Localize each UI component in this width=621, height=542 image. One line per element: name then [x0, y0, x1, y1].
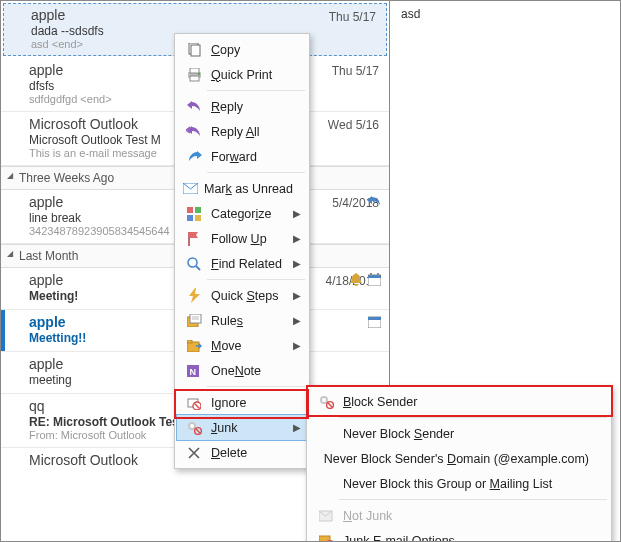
menu-label: Move: [211, 339, 242, 353]
svg-point-11: [198, 73, 200, 75]
group-header-label: Last Month: [19, 249, 78, 263]
menu-label: Block Sender: [343, 395, 417, 409]
menu-label: Categorize: [211, 207, 271, 221]
menu-onenote[interactable]: NOneNote: [177, 358, 307, 383]
chevron-right-icon: ▶: [293, 315, 301, 326]
menu-label: Delete: [211, 446, 247, 460]
not-junk-icon: [315, 510, 337, 522]
menu-categorize[interactable]: Categorize▶: [177, 201, 307, 226]
menu-separator: [207, 386, 305, 387]
context-menu: Copy Quick Print Reply Reply All Forward…: [174, 33, 310, 469]
reading-pane-text: asd: [401, 7, 420, 21]
block-sender-icon: [315, 395, 337, 409]
categorize-icon: [183, 207, 205, 221]
chevron-right-icon: ▶: [293, 208, 301, 219]
svg-rect-33: [319, 536, 330, 543]
svg-rect-1: [368, 275, 381, 278]
chevron-right-icon: ▶: [293, 233, 301, 244]
copy-icon: [183, 43, 205, 57]
message-from: apple: [31, 7, 375, 23]
menu-separator: [207, 90, 305, 91]
print-icon: [183, 68, 205, 82]
calendar-icon: [367, 272, 381, 286]
menu-label: Junk E-mail Options...: [343, 534, 465, 543]
reading-pane: asd: [391, 1, 620, 27]
menu-separator: [339, 417, 607, 418]
menu-label: Never Block Sender's Domain (@example.co…: [324, 452, 589, 466]
menu-follow-up[interactable]: Follow Up▶: [177, 226, 307, 251]
menu-reply[interactable]: Reply: [177, 94, 307, 119]
svg-rect-5: [368, 317, 381, 320]
rules-icon: [183, 314, 205, 327]
svg-point-17: [188, 258, 197, 267]
group-header-label: Three Weeks Ago: [19, 171, 114, 185]
envelope-icon: [183, 183, 198, 194]
menu-label: Junk: [211, 421, 237, 435]
svg-rect-15: [187, 215, 193, 221]
submenu-block-sender[interactable]: Block Sender: [309, 389, 609, 414]
menu-label: Ignore: [211, 396, 246, 410]
svg-rect-16: [195, 215, 201, 221]
menu-label: Reply All: [211, 125, 260, 139]
chevron-right-icon: ▶: [293, 340, 301, 351]
menu-label: Quick Steps: [211, 289, 278, 303]
menu-label: Reply: [211, 100, 243, 114]
junk-submenu: Block Sender Never Block Sender Never Bl…: [306, 385, 612, 542]
reply-icon: [183, 101, 205, 113]
delete-icon: [183, 447, 205, 459]
svg-rect-3: [377, 273, 379, 276]
submenu-never-block-sender[interactable]: Never Block Sender: [309, 421, 609, 446]
message-date: Wed 5/16: [328, 118, 379, 132]
submenu-never-block-group[interactable]: Never Block this Group or Mailing List: [309, 471, 609, 496]
reply-all-icon: [183, 126, 205, 138]
menu-move[interactable]: Move▶: [177, 333, 307, 358]
chevron-right-icon: ▶: [293, 290, 301, 301]
menu-ignore[interactable]: Ignore: [177, 390, 307, 415]
svg-text:N: N: [190, 367, 197, 377]
svg-rect-2: [370, 273, 372, 276]
submenu-junk-options[interactable]: Junk E-mail Options...: [309, 528, 609, 542]
svg-rect-7: [191, 45, 200, 56]
menu-reply-all[interactable]: Reply All: [177, 119, 307, 144]
reply-icon: [367, 194, 381, 208]
onenote-icon: N: [183, 364, 205, 378]
menu-quick-steps[interactable]: Quick Steps▶: [177, 283, 307, 308]
menu-label: Follow Up: [211, 232, 267, 246]
menu-junk[interactable]: Junk▶: [176, 414, 308, 441]
menu-quick-print[interactable]: Quick Print: [177, 62, 307, 87]
menu-separator: [207, 279, 305, 280]
search-icon: [183, 257, 205, 271]
menu-find-related[interactable]: Find Related▶: [177, 251, 307, 276]
flag-icon: [183, 232, 205, 246]
svg-rect-9: [190, 68, 199, 73]
menu-separator: [207, 172, 305, 173]
menu-forward[interactable]: Forward: [177, 144, 307, 169]
move-icon: [183, 340, 205, 352]
svg-rect-10: [190, 76, 199, 81]
message-date: Thu 5/17: [332, 64, 379, 78]
message-badges: [367, 194, 381, 208]
menu-label: Find Related: [211, 257, 282, 271]
bell-icon: [349, 272, 363, 286]
submenu-never-block-domain[interactable]: Never Block Sender's Domain (@example.co…: [309, 446, 609, 471]
menu-label: OneNote: [211, 364, 261, 378]
menu-label: Quick Print: [211, 68, 272, 82]
message-badges: [367, 314, 381, 328]
menu-label: Rules: [211, 314, 243, 328]
menu-label: Never Block this Group or Mailing List: [343, 477, 552, 491]
menu-delete[interactable]: Delete: [177, 440, 307, 465]
message-badges: [349, 272, 381, 286]
junk-icon: [183, 421, 205, 435]
menu-label: Copy: [211, 43, 240, 57]
menu-copy[interactable]: Copy: [177, 37, 307, 62]
menu-rules[interactable]: Rules▶: [177, 308, 307, 333]
svg-rect-14: [195, 207, 201, 213]
menu-label: Mark as Unread: [204, 182, 293, 196]
menu-label: Not Junk: [343, 509, 392, 523]
menu-separator: [339, 499, 607, 500]
svg-rect-13: [187, 207, 193, 213]
forward-icon: [183, 151, 205, 163]
message-date: Thu 5/17: [329, 10, 376, 24]
calendar-icon: [367, 314, 381, 328]
menu-mark-unread[interactable]: Mark as Unread: [177, 176, 307, 201]
